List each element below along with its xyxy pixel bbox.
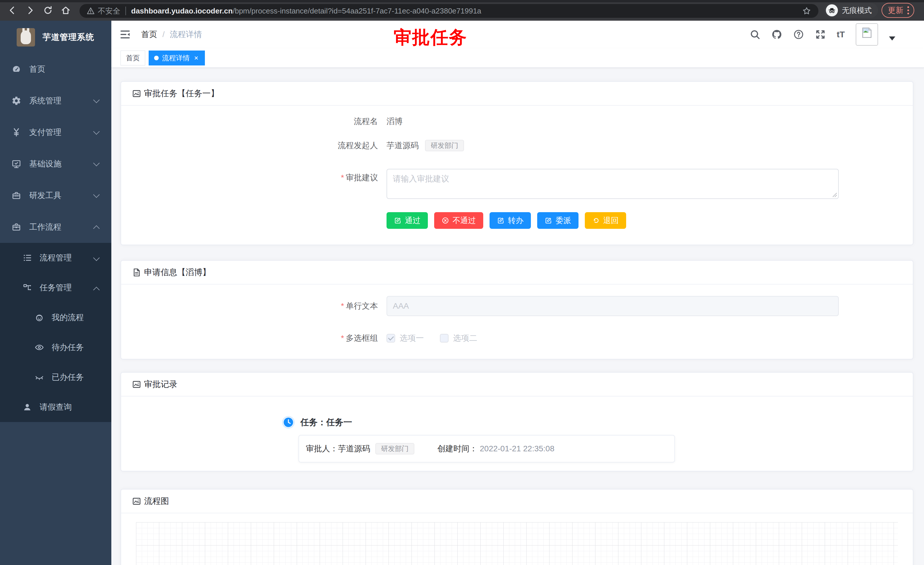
checkbox-unchecked-icon xyxy=(440,334,448,343)
search-icon[interactable] xyxy=(750,29,760,40)
url-domain: dashboard.yudao.iocoder.cn xyxy=(131,7,233,15)
sidebar-collapse-icon[interactable] xyxy=(119,29,131,40)
url-path: /bpm/process-instance/detail?id=54aa251f… xyxy=(233,7,481,15)
required-marker: * xyxy=(341,173,344,182)
text-field-input[interactable]: AAA xyxy=(387,296,839,316)
security-label: 不安全 xyxy=(98,6,120,16)
breadcrumb-current: 流程详情 xyxy=(170,29,202,40)
sidebar-item-home[interactable]: 首页 xyxy=(0,53,111,85)
approver-dept-tag: 研发部门 xyxy=(375,443,414,454)
monitor-icon xyxy=(12,159,21,169)
sidebar-item-process-mgmt[interactable]: 流程管理 xyxy=(0,243,111,273)
record-detail-box: 审批人： 芋道源码 研发部门 创建时间： 2022-01-21 22:35:08 xyxy=(298,435,675,463)
browser-reload-icon[interactable] xyxy=(42,5,53,16)
fullscreen-icon[interactable] xyxy=(815,29,826,40)
process-diagram-card: 流程图 xyxy=(120,489,914,565)
picture-icon xyxy=(132,89,141,98)
navbar-tools: tT xyxy=(750,21,895,48)
breadcrumb: 首页 / 流程详情 xyxy=(141,29,202,40)
tab-home[interactable]: 首页 xyxy=(120,51,145,65)
initiator-label: 流程发起人 xyxy=(121,140,378,151)
sidebar-item-infrastructure[interactable]: 基础设施 xyxy=(0,148,111,180)
delegate-button[interactable]: 委派 xyxy=(537,212,579,229)
annotation-overlay-text: 审批任务 xyxy=(394,25,467,50)
circle-close-icon xyxy=(442,217,449,224)
checkbox-option-2[interactable]: 选项二 xyxy=(440,333,477,344)
process-name-label: 流程名 xyxy=(121,116,378,127)
return-button[interactable]: 退回 xyxy=(585,212,626,229)
github-icon[interactable] xyxy=(771,29,782,40)
sidebar-item-todo-tasks[interactable]: 待办任务 xyxy=(0,332,111,362)
edit-icon xyxy=(394,217,402,224)
transfer-button[interactable]: 转办 xyxy=(489,212,531,229)
record-card-title: 审批记录 xyxy=(144,379,177,390)
sidebar-item-devtools[interactable]: 研发工具 xyxy=(0,180,111,211)
process-name-row: 流程名 滔博 xyxy=(121,115,913,128)
checkbox-option-1[interactable]: 选项一 xyxy=(387,333,424,344)
sidebar-item-workflow[interactable]: 工作流程 xyxy=(0,211,111,243)
close-icon[interactable] xyxy=(193,55,200,61)
approve-actions: 通过 不通过 转办 委派 退回 xyxy=(387,212,913,229)
font-size-icon[interactable]: tT xyxy=(837,30,845,39)
approve-card-title: 审批任务【任务一】 xyxy=(144,88,219,99)
created-label: 创建时间： xyxy=(437,443,477,454)
approver-value: 芋道源码 xyxy=(338,443,370,454)
sidebar-item-my-process[interactable]: 我的流程 xyxy=(0,303,111,332)
app-logo-image xyxy=(16,28,35,47)
apply-card-header: 申请信息【滔博】 xyxy=(121,261,913,284)
edit-icon xyxy=(497,217,504,224)
address-bar[interactable]: 不安全 dashboard.yudao.iocoder.cn/bpm/proce… xyxy=(80,4,818,18)
help-icon[interactable] xyxy=(793,29,804,40)
breadcrumb-home[interactable]: 首页 xyxy=(141,29,157,40)
eye-icon xyxy=(34,343,44,352)
browser-update-button[interactable]: 更新 xyxy=(882,3,914,18)
browser-menu-icon[interactable] xyxy=(908,6,909,14)
incognito-badge: 无痕模式 xyxy=(824,3,878,18)
sidebar-item-task-mgmt[interactable]: 任务管理 xyxy=(0,273,111,303)
chevron-down-icon xyxy=(93,97,100,103)
sidebar-item-done-tasks[interactable]: 已办任务 xyxy=(0,362,111,392)
chevron-up-icon xyxy=(93,287,100,293)
workflow-submenu: 流程管理 任务管理 我的流程 待办任务 已办任务 请假查询 xyxy=(0,243,111,422)
edit-icon xyxy=(544,217,552,224)
bookmark-star-icon[interactable] xyxy=(802,6,812,16)
chevron-down-icon xyxy=(93,128,100,135)
apply-info-card: 申请信息【滔博】 *单行文本 AAA *多选框组 选项一 选项二 xyxy=(120,260,914,359)
update-label: 更新 xyxy=(888,5,903,15)
required-marker: * xyxy=(341,302,344,310)
sidebar-item-system[interactable]: 系统管理 xyxy=(0,85,111,117)
resize-handle-icon[interactable] xyxy=(832,192,837,197)
security-indicator[interactable]: 不安全 xyxy=(86,6,120,16)
browser-back-icon[interactable] xyxy=(7,5,18,16)
chevron-down-icon xyxy=(93,160,100,167)
suggestion-placeholder: 请输入审批建议 xyxy=(393,174,449,183)
avatar[interactable] xyxy=(856,23,878,46)
picture-icon xyxy=(132,380,141,389)
record-card-header: 审批记录 xyxy=(121,373,913,397)
approve-reject-button[interactable]: 不通过 xyxy=(434,212,483,229)
browser-home-icon[interactable] xyxy=(60,5,71,16)
sidebar-item-payment[interactable]: 支付管理 xyxy=(0,117,111,148)
app-logo-row[interactable]: 芋道管理系统 xyxy=(0,21,111,53)
tab-process-detail[interactable]: 流程详情 xyxy=(148,51,205,65)
diagram-card-title: 流程图 xyxy=(144,496,169,507)
eye-closed-icon xyxy=(34,373,44,382)
chevron-down-icon xyxy=(93,191,100,198)
approve-pass-button[interactable]: 通过 xyxy=(387,212,428,229)
suggestion-textarea[interactable]: 请输入审批建议 xyxy=(387,169,839,199)
sidebar: 芋道管理系统 首页 系统管理 支付管理 基础设施 研发工具 工作流程 流程管理 xyxy=(0,21,111,565)
refresh-left-icon xyxy=(592,217,600,224)
initiator-value: 芋道源码 xyxy=(387,140,418,151)
incognito-icon xyxy=(826,4,838,17)
approve-task-card: 审批任务【任务一】 流程名 滔博 流程发起人 芋道源码 研发部门 *审批建议 请… xyxy=(120,81,914,245)
bpmn-grid-canvas[interactable] xyxy=(136,522,898,565)
tags-view-bar: 首页 流程详情 xyxy=(111,48,924,68)
apply-card-title: 申请信息【滔博】 xyxy=(144,267,211,278)
active-tab-dot xyxy=(154,56,159,60)
avatar-caret-down-icon[interactable] xyxy=(889,36,895,41)
sidebar-item-leave-query[interactable]: 请假查询 xyxy=(0,392,111,422)
checkbox-checked-icon xyxy=(387,334,395,343)
list-icon xyxy=(22,253,32,263)
gauge-icon xyxy=(12,64,21,74)
browser-forward-icon[interactable] xyxy=(25,5,36,16)
